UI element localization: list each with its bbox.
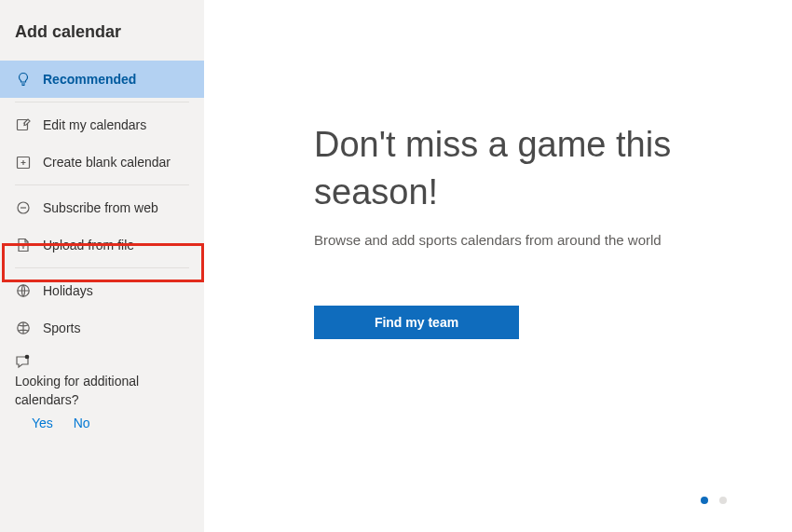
sports-icon: [15, 320, 32, 336]
divider: [15, 267, 189, 268]
find-my-team-button[interactable]: Find my team: [314, 306, 519, 339]
globe-icon: [15, 282, 32, 299]
file-upload-icon: [15, 237, 32, 253]
pager-dot-1[interactable]: [701, 497, 708, 504]
sidebar-item-sports[interactable]: Sports: [0, 309, 204, 347]
sidebar: Add calendar Recommended Edit my calenda…: [0, 0, 204, 532]
sidebar-item-create[interactable]: Create blank calendar: [0, 143, 204, 181]
sidebar-item-label: Sports: [43, 321, 80, 335]
sidebar-item-subscribe[interactable]: Subscribe from web: [0, 189, 204, 226]
main-panel: Don't miss a game this season! Browse an…: [204, 0, 792, 532]
calendar-add-icon: [15, 154, 32, 171]
hero-title: Don't miss a game this season!: [314, 121, 755, 217]
sidebar-item-edit[interactable]: Edit my calendars: [0, 106, 204, 143]
sidebar-item-label: Create blank calendar: [43, 155, 171, 170]
svg-point-5: [25, 355, 30, 360]
sidebar-item-label: Subscribe from web: [43, 200, 158, 215]
sidebar-title: Add calendar: [0, 17, 204, 61]
pager-dot-2[interactable]: [719, 497, 727, 504]
sidebar-item-holidays[interactable]: Holidays: [0, 272, 204, 309]
divider: [15, 184, 189, 185]
link-icon: [15, 199, 32, 216]
feedback-icon: [15, 354, 189, 371]
sidebar-item-label: Upload from file: [43, 238, 134, 252]
feedback-block: Looking for additional calendars? Yes No: [0, 347, 204, 433]
feedback-yes-link[interactable]: Yes: [32, 416, 53, 430]
sidebar-item-recommended[interactable]: Recommended: [0, 61, 204, 98]
lightbulb-icon: [15, 71, 32, 88]
sidebar-item-label: Holidays: [43, 283, 93, 298]
sidebar-item-label: Recommended: [43, 72, 136, 87]
carousel-pager: [701, 497, 727, 504]
feedback-no-link[interactable]: No: [74, 416, 90, 430]
divider: [15, 102, 189, 102]
sidebar-item-upload[interactable]: Upload from file: [0, 226, 204, 264]
sidebar-item-label: Edit my calendars: [43, 117, 146, 132]
edit-icon: [15, 116, 32, 133]
feedback-prompt: Looking for additional calendars?: [15, 373, 189, 409]
hero-subtitle: Browse and add sports calendars from aro…: [314, 232, 755, 248]
